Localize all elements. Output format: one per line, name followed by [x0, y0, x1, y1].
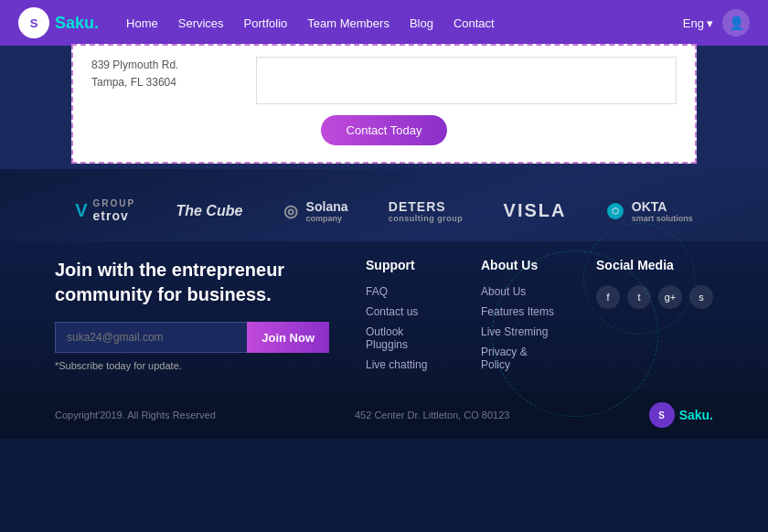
- thecube-logo: The Cube: [176, 203, 242, 219]
- logo-circle: S: [18, 7, 49, 38]
- about-privacy[interactable]: Privacy & Policy: [481, 346, 560, 371]
- about-features[interactable]: Features Items: [481, 305, 560, 318]
- email-input[interactable]: [55, 322, 247, 353]
- bottom-logo-text: Saku.: [679, 408, 713, 422]
- visla-logo: VISLA: [504, 200, 567, 221]
- logo-letter: S: [30, 16, 38, 30]
- support-outlook[interactable]: Outlook Pluggins: [366, 325, 444, 351]
- skype-icon[interactable]: s: [689, 285, 713, 309]
- subscribe-note: *Subscribe today for update.: [55, 360, 329, 371]
- bottom-address: 452 Center Dr. Littleton, CO 80123: [355, 410, 509, 420]
- support-faq[interactable]: FAQ: [366, 285, 444, 298]
- message-textarea[interactable]: [256, 57, 677, 104]
- solana-logo: ◎ Solana company: [283, 199, 348, 223]
- nav-services[interactable]: Services: [178, 16, 224, 30]
- nav-links: Home Services Portfolio Team Members Blo…: [126, 16, 683, 30]
- vetrov-logo: V GROUP etrov: [75, 198, 135, 223]
- twitter-icon[interactable]: t: [627, 285, 651, 309]
- email-row: Join Now: [55, 322, 329, 353]
- footer-left: Join with the entrepreneur community for…: [55, 258, 329, 378]
- facebook-icon[interactable]: f: [596, 285, 620, 309]
- about-us-link[interactable]: About Us: [481, 285, 560, 298]
- user-icon-button[interactable]: 👤: [722, 9, 750, 37]
- contact-today-button[interactable]: Contact Today: [321, 115, 448, 145]
- support-title: Support: [366, 258, 444, 272]
- contact-card: 839 Plymouth Rd. Tampa, FL 33604 Contact…: [71, 44, 697, 164]
- language-button[interactable]: Eng ▾: [683, 16, 713, 30]
- googleplus-icon[interactable]: g+: [658, 285, 682, 309]
- okta-logo: ⬡ OKTA smart solutions: [607, 199, 693, 223]
- dark-section: V GROUP etrov The Cube ◎ Solana company …: [0, 169, 768, 439]
- footer-support: Support FAQ Contact us Outlook Pluggins …: [366, 258, 444, 378]
- deters-logo: DETERS consulting group: [389, 199, 464, 223]
- copyright-text: Copyright'2019. All Rights Reserved: [55, 410, 216, 420]
- bottom-bar: Copyright'2019. All Rights Reserved 452 …: [0, 391, 768, 439]
- nav-contact[interactable]: Contact: [453, 16, 495, 30]
- about-streaming[interactable]: Live Streming: [481, 325, 560, 338]
- support-contact[interactable]: Contact us: [366, 305, 444, 318]
- footer-content: Join with the entrepreneur community for…: [0, 241, 768, 391]
- nav-right: Eng ▾ 👤: [683, 9, 750, 37]
- logo[interactable]: S Saku.: [18, 7, 99, 38]
- nav-team[interactable]: Team Members: [307, 16, 389, 30]
- logo-text: Saku.: [55, 14, 99, 33]
- address: 839 Plymouth Rd. Tampa, FL 33604: [91, 57, 238, 91]
- social-icons: f t g+ s: [596, 285, 713, 309]
- support-livechat[interactable]: Live chatting: [366, 358, 444, 371]
- nav-portfolio[interactable]: Portfolio: [244, 16, 288, 30]
- footer-social: Social Media f t g+ s: [596, 258, 713, 378]
- footer-about: About Us About Us Features Items Live St…: [481, 258, 560, 378]
- social-title: Social Media: [596, 258, 713, 272]
- join-now-button[interactable]: Join Now: [247, 322, 329, 353]
- nav-home[interactable]: Home: [126, 16, 158, 30]
- bottom-logo[interactable]: S Saku.: [649, 402, 713, 428]
- navbar: S Saku. Home Services Portfolio Team Mem…: [0, 0, 768, 46]
- bottom-logo-circle: S: [649, 402, 675, 428]
- about-title: About Us: [481, 258, 560, 272]
- nav-blog[interactable]: Blog: [410, 16, 433, 30]
- footer-tagline: Join with the entrepreneur community for…: [55, 258, 329, 307]
